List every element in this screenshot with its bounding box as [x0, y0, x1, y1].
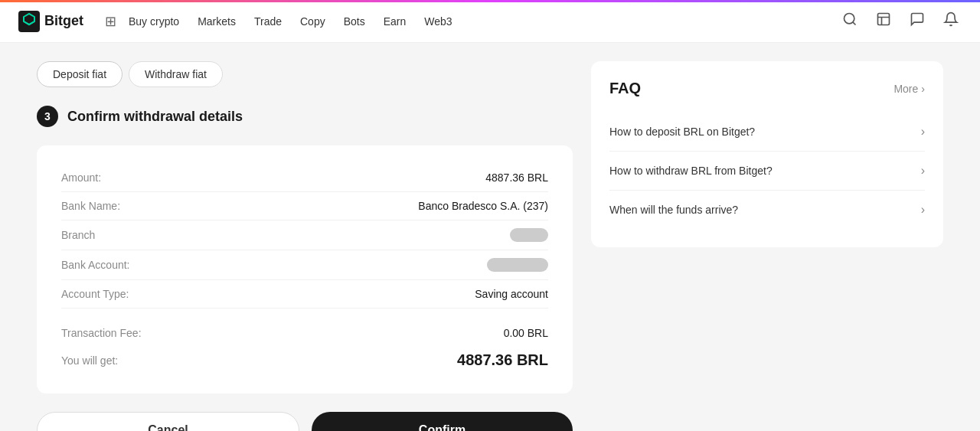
svg-point-1: [844, 14, 854, 24]
fee-section: Transaction Fee: 0.00 BRL You will get: …: [61, 321, 548, 375]
you-will-get-row: You will get: 4887.36 BRL: [61, 345, 548, 375]
logo[interactable]: Bitget: [18, 11, 83, 32]
branch-row: Branch: [61, 220, 548, 250]
step-badge: 3: [37, 106, 58, 127]
left-panel: Deposit fiat Withdraw fiat 3 Confirm wit…: [37, 61, 573, 413]
svg-rect-2: [878, 14, 890, 25]
faq-item-1[interactable]: How to withdraw BRL from Bitget? ›: [609, 152, 925, 191]
notifications-button[interactable]: [940, 8, 962, 34]
nav-markets[interactable]: Markets: [198, 15, 236, 28]
transaction-fee-label: Transaction Fee:: [61, 327, 142, 339]
account-type-row: Account Type: Saving account: [61, 280, 548, 309]
nav-buy-crypto[interactable]: Buy crypto: [129, 15, 179, 28]
transaction-fee-row: Transaction Fee: 0.00 BRL: [61, 321, 548, 345]
faq-item-1-text: How to withdraw BRL from Bitget?: [609, 165, 773, 177]
orders-button[interactable]: [873, 8, 894, 34]
faq-item-2-chevron-icon: ›: [921, 203, 925, 217]
details-card: Amount: 4887.36 BRL Bank Name: Banco Bra…: [37, 145, 573, 393]
branch-label: Branch: [61, 229, 95, 241]
faq-item-1-chevron-icon: ›: [921, 164, 925, 178]
faq-header: FAQ More ›: [609, 80, 925, 97]
bank-name-row: Bank Name: Banco Bradesco S.A. (237): [61, 192, 548, 220]
section-header: 3 Confirm withdrawal details: [37, 106, 573, 127]
faq-panel: FAQ More › How to deposit BRL on Bitget?…: [591, 61, 943, 247]
search-button[interactable]: [839, 8, 861, 34]
orders-icon: [876, 11, 891, 27]
faq-item-2-text: When will the funds arrive?: [609, 204, 738, 216]
faq-title: FAQ: [609, 80, 641, 97]
navbar: Bitget ⊞ Buy crypto Markets Trade Copy B…: [0, 0, 980, 43]
nav-links: Buy crypto Markets Trade Copy Bots Earn …: [129, 15, 839, 28]
logo-text: Bitget: [44, 13, 83, 29]
faq-item-0-chevron-icon: ›: [921, 125, 925, 139]
deposit-fiat-tab[interactable]: Deposit fiat: [37, 61, 122, 87]
bank-account-value: [487, 258, 548, 272]
nav-earn[interactable]: Earn: [384, 15, 407, 28]
withdraw-fiat-tab[interactable]: Withdraw fiat: [129, 61, 223, 87]
amount-row: Amount: 4887.36 BRL: [61, 164, 548, 192]
you-will-get-label: You will get:: [61, 354, 118, 367]
cancel-button[interactable]: Cancel: [37, 412, 299, 431]
action-buttons: Cancel Confirm: [37, 412, 573, 431]
main-content: Deposit fiat Withdraw fiat 3 Confirm wit…: [0, 43, 980, 431]
bank-account-row: Bank Account:: [61, 250, 548, 280]
amount-label: Amount:: [61, 171, 101, 184]
account-type-value: Saving account: [475, 288, 548, 300]
chevron-right-icon: ›: [921, 83, 925, 95]
confirm-button[interactable]: Confirm: [312, 412, 573, 431]
bank-account-label: Bank Account:: [61, 259, 130, 271]
amount-value: 4887.36 BRL: [485, 171, 548, 184]
search-icon: [842, 11, 858, 27]
section-title: Confirm withdrawal details: [67, 109, 243, 125]
bitget-logo-icon: [18, 11, 40, 32]
bank-name-label: Bank Name:: [61, 200, 120, 212]
nav-copy[interactable]: Copy: [300, 15, 325, 28]
nav-bots[interactable]: Bots: [344, 15, 365, 28]
bank-name-value: Banco Bradesco S.A. (237): [418, 200, 548, 212]
nav-icons: [839, 8, 962, 34]
transaction-fee-value: 0.00 BRL: [504, 327, 548, 339]
faq-more-button[interactable]: More ›: [893, 83, 925, 95]
nav-trade[interactable]: Trade: [254, 15, 282, 28]
faq-more-label: More: [893, 83, 918, 95]
faq-item-0-text: How to deposit BRL on Bitget?: [609, 126, 755, 138]
tabs: Deposit fiat Withdraw fiat: [37, 61, 573, 87]
bell-icon: [943, 11, 959, 27]
nav-web3[interactable]: Web3: [424, 15, 452, 28]
messages-icon: [910, 11, 925, 27]
branch-value: [510, 228, 548, 242]
account-type-label: Account Type:: [61, 288, 129, 300]
you-will-get-value: 4887.36 BRL: [457, 351, 548, 369]
messages-button[interactable]: [906, 8, 928, 34]
faq-item-0[interactable]: How to deposit BRL on Bitget? ›: [609, 113, 925, 152]
grid-icon[interactable]: ⊞: [105, 13, 116, 30]
faq-item-2[interactable]: When will the funds arrive? ›: [609, 191, 925, 229]
